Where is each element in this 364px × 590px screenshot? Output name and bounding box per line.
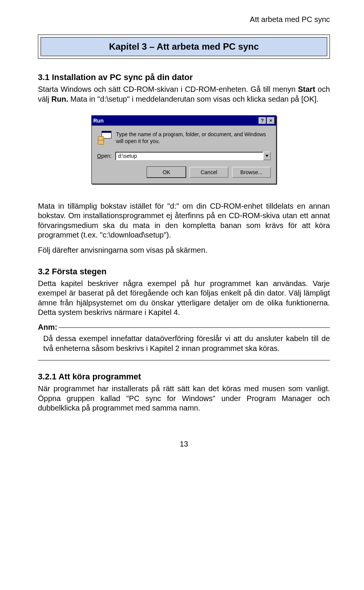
titlebar: Run ? × (92, 116, 276, 126)
open-combobox[interactable] (115, 152, 271, 160)
run-dialog: Run ? × Type the name of a program, fold… (91, 115, 276, 184)
dialog-description: Type the name of a program, folder, or d… (116, 131, 271, 145)
text-bold: Run. (52, 95, 68, 103)
para-3-1-a: Starta Windows och sätt CD-ROM-skivan i … (38, 85, 330, 104)
chapter-box: Kapitel 3 – Att arbeta med PC sync (38, 35, 330, 59)
help-button[interactable]: ? (259, 117, 266, 124)
note-block: Anm: Då dessa exempel innefattar dataöve… (38, 323, 330, 360)
cancel-button[interactable]: Cancel (190, 167, 228, 178)
text-bold: Start (298, 85, 315, 93)
browse-button[interactable]: Browse... (232, 167, 271, 178)
close-button[interactable]: × (267, 117, 275, 124)
run-icon (97, 131, 111, 145)
open-label-underline: O (97, 153, 101, 159)
open-input[interactable] (115, 152, 263, 160)
heading-3-2-1: 3.2.1 Att köra programmet (38, 372, 330, 382)
page-number: 13 (38, 440, 330, 448)
text: Mata in "d:\setup" i meddelanderutan som… (68, 95, 318, 103)
dialog-title: Run (93, 118, 258, 124)
para-3-1-c: Följ därefter anvisningarna som visas på… (38, 245, 330, 255)
svg-marker-0 (265, 155, 268, 157)
ok-button[interactable]: OK (147, 167, 186, 178)
dropdown-button[interactable] (263, 152, 271, 160)
heading-3-2: 3.2 Första stegen (38, 267, 330, 277)
chapter-title: Kapitel 3 – Att arbeta med PC sync (41, 37, 327, 56)
para-3-2-1-a: När programmet har installerats på rätt … (38, 384, 330, 413)
open-label-rest: pen: (101, 153, 111, 159)
heading-3-1: 3.1 Installation av PC sync på din dator (38, 72, 330, 82)
open-label: Open: (97, 153, 111, 159)
para-3-2-a: Detta kapitel beskriver några exempel på… (38, 279, 330, 318)
text: Starta Windows och sätt CD-ROM-skivan i … (38, 85, 298, 93)
note-label: Anm: (38, 323, 59, 332)
para-3-1-b: Mata in tillämplig bokstav istället för … (38, 201, 330, 240)
dialog-body: Type the name of a program, folder, or d… (92, 126, 276, 183)
chevron-down-icon (265, 155, 268, 157)
run-dialog-figure: Run ? × Type the name of a program, fold… (38, 115, 330, 184)
running-header: Att arbeta med PC sync (38, 15, 330, 24)
note-body: Då dessa exempel innefattar dataöverföri… (38, 332, 330, 360)
